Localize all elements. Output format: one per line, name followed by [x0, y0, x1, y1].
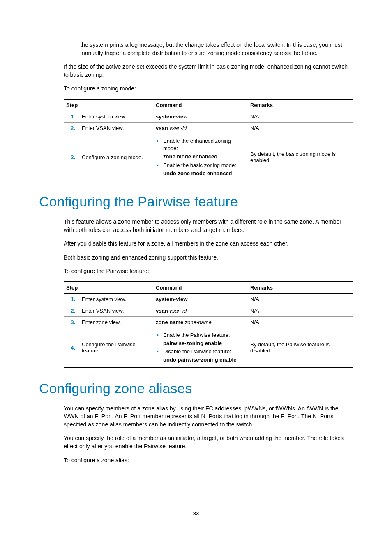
step-text: Configure a zoning mode.: [79, 134, 153, 181]
table-row: 2. Enter VSAN view. vsan vsan-id N/A: [64, 122, 353, 134]
list-item: Enable the Pairwise feature:pairwise-zon…: [156, 331, 245, 347]
list-item: Enable the basic zoning mode:undo zone m…: [156, 162, 245, 177]
step-number: 3.: [64, 316, 79, 328]
command-text: Enable the Pairwise feature:pairwise-zon…: [153, 328, 248, 367]
paragraph: To configure the Pairwise feature:: [64, 267, 353, 276]
remarks-text: N/A: [248, 293, 353, 305]
remarks-text: N/A: [248, 111, 353, 122]
step-number: 2.: [64, 122, 79, 134]
table-row: 1. Enter system view. system-view N/A: [64, 293, 353, 305]
step-number: 3.: [64, 134, 79, 181]
command-text: system-view: [153, 293, 248, 305]
table-row: 3. Configure a zoning mode. Enable the e…: [64, 134, 353, 181]
document-page: the system prints a log message, but the…: [0, 0, 392, 533]
content-block: This feature allows a zone member to acc…: [64, 218, 353, 368]
content-block: the system prints a log message, but the…: [64, 41, 353, 181]
bullet-list: Enable the Pairwise feature:pairwise-zon…: [156, 331, 245, 364]
col-command: Command: [153, 99, 248, 111]
paragraph: Both basic zoning and enhanced zoning su…: [64, 254, 353, 262]
table-header-row: Step Command Remarks: [64, 282, 353, 294]
step-text: Enter system view.: [79, 111, 153, 122]
paragraph: This feature allows a zone member to acc…: [64, 218, 353, 234]
list-item: Disable the Pairwise feature:undo pairwi…: [156, 348, 245, 364]
step-number: 1.: [64, 293, 79, 305]
paragraph: To configure a zone alias:: [64, 457, 353, 465]
table-header-row: Step Command Remarks: [64, 99, 353, 111]
col-remarks: Remarks: [248, 99, 353, 111]
paragraph: You can specify members of a zone alias …: [64, 405, 353, 429]
pairwise-table: Step Command Remarks 1. Enter system vie…: [64, 281, 353, 368]
table-row: 1. Enter system view. system-view N/A: [64, 111, 353, 122]
heading-aliases: Configuring zone aliases: [39, 380, 353, 396]
paragraph: To configure a zoning mode:: [64, 85, 353, 93]
table-row: 4. Configure the Pairwise feature. Enabl…: [64, 328, 353, 367]
step-text: Enter zone view.: [79, 316, 153, 328]
table-row: 3. Enter zone view. zone name zone-name …: [64, 316, 353, 328]
remarks-text: By default, the Pairwise feature is disa…: [248, 328, 353, 367]
col-command: Command: [153, 282, 248, 294]
paragraph: You can specify the role of a member as …: [64, 434, 353, 450]
content-block: You can specify members of a zone alias …: [64, 405, 353, 465]
list-item: Enable the enhanced zoning mode:zone mod…: [156, 137, 245, 161]
remarks-text: N/A: [248, 122, 353, 134]
zoning-mode-table: Step Command Remarks 1. Enter system vie…: [64, 99, 353, 181]
command-text: zone name zone-name: [153, 316, 248, 328]
heading-pairwise: Configuring the Pairwise feature: [39, 194, 353, 210]
step-number: 4.: [64, 328, 79, 367]
step-text: Configure the Pairwise feature.: [79, 328, 153, 367]
command-text: Enable the enhanced zoning mode:zone mod…: [153, 134, 248, 181]
command-text: vsan vsan-id: [153, 305, 248, 316]
command-text: vsan vsan-id: [153, 122, 248, 134]
paragraph: If the size of the active zone set excee…: [64, 63, 353, 79]
step-number: 2.: [64, 305, 79, 316]
remarks-text: By default, the basic zoning mode is ena…: [248, 134, 353, 181]
step-number: 1.: [64, 111, 79, 122]
step-text: Enter VSAN view.: [79, 305, 153, 316]
page-number: 83: [0, 510, 392, 517]
step-text: Enter VSAN view.: [79, 122, 153, 134]
remarks-text: N/A: [248, 316, 353, 328]
table-row: 2. Enter VSAN view. vsan vsan-id N/A: [64, 305, 353, 316]
paragraph: the system prints a log message, but the…: [80, 41, 353, 57]
command-text: system-view: [153, 111, 248, 122]
bullet-list: Enable the enhanced zoning mode:zone mod…: [156, 137, 245, 177]
col-step: Step: [64, 282, 153, 294]
paragraph: After you disable this feature for a zon…: [64, 240, 353, 248]
col-step: Step: [64, 99, 153, 111]
step-text: Enter system view.: [79, 293, 153, 305]
col-remarks: Remarks: [248, 282, 353, 294]
remarks-text: N/A: [248, 305, 353, 316]
